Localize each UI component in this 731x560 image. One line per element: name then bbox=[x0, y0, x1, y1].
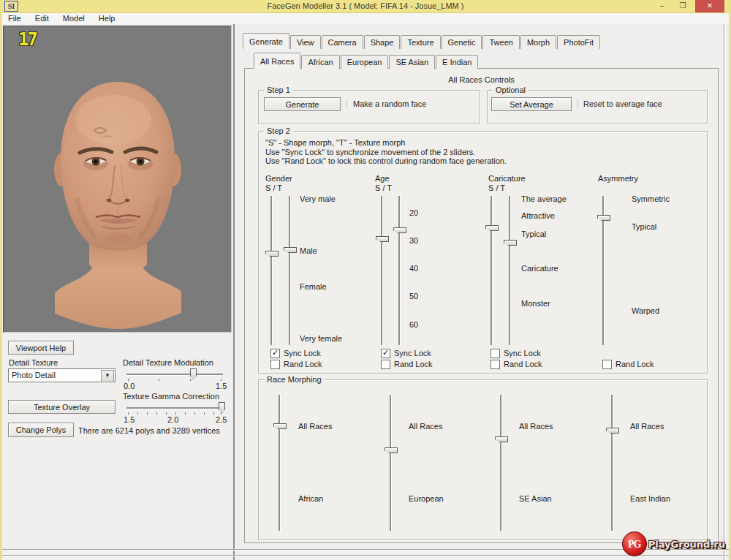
gender-header: Gender bbox=[265, 174, 292, 183]
tab-texture[interactable]: Texture bbox=[401, 35, 440, 49]
race1-bottom-label: African bbox=[298, 494, 323, 503]
generate-button[interactable]: Generate bbox=[264, 97, 341, 111]
polys-info-text: There are 6214 polys and 3289 vertices bbox=[78, 426, 220, 435]
caricature-t-slider[interactable] bbox=[509, 196, 510, 345]
gender-label-2: Female bbox=[300, 282, 327, 291]
race-slider-1-thumb[interactable] bbox=[273, 423, 287, 429]
tab-camera[interactable]: Camera bbox=[322, 35, 363, 49]
gamma-slider-thumb[interactable] bbox=[219, 402, 225, 413]
watermark-text: PlayGround.ru bbox=[648, 539, 725, 550]
tab-all-races[interactable]: All Races bbox=[254, 53, 300, 69]
caricature-sync-lock[interactable]: Sync Lock bbox=[491, 349, 578, 357]
age-sync-lock-checkbox[interactable] bbox=[381, 349, 390, 358]
asymmetry-thumb[interactable] bbox=[597, 215, 610, 221]
tab-se-asian[interactable]: SE Asian bbox=[389, 55, 435, 69]
gender-s-slider[interactable] bbox=[270, 196, 272, 345]
caricature-s-thumb[interactable] bbox=[485, 225, 499, 231]
age-rand-lock[interactable]: Rand Lock bbox=[381, 360, 469, 368]
modulation-slider-thumb[interactable] bbox=[190, 368, 197, 379]
menu-file[interactable]: File bbox=[2, 13, 27, 23]
bottom-groove bbox=[2, 549, 729, 550]
detail-texture-value: Photo Detail bbox=[12, 371, 56, 379]
gender-t-slider[interactable] bbox=[289, 196, 290, 345]
caricature-label-3: Caricature bbox=[521, 264, 558, 273]
texture-overlay-button[interactable]: Texture Overlay bbox=[8, 400, 115, 414]
tab-african[interactable]: African bbox=[301, 55, 339, 69]
restore-button[interactable]: ❐ bbox=[673, 0, 692, 12]
menu-edit[interactable]: Edit bbox=[29, 13, 55, 23]
caricature-rand-lock-checkbox[interactable] bbox=[491, 360, 500, 369]
tab-tween[interactable]: Tween bbox=[482, 35, 519, 49]
race-slider-4[interactable] bbox=[611, 395, 613, 531]
caricature-sync-lock-checkbox[interactable] bbox=[491, 349, 500, 358]
close-button[interactable]: ✕ bbox=[695, 0, 724, 12]
modulation-slider[interactable]: 0.0 1.5 bbox=[124, 368, 226, 390]
age-s-slider[interactable] bbox=[381, 196, 382, 345]
gender-st-label: S / T bbox=[265, 183, 282, 192]
gender-s-thumb[interactable] bbox=[265, 251, 279, 257]
caricature-header: Caricature bbox=[488, 174, 526, 183]
asymmetry-rand-lock-label: Rand Lock bbox=[616, 360, 654, 368]
tab-morph[interactable]: Morph bbox=[520, 35, 556, 49]
race-slider-1[interactable] bbox=[279, 395, 280, 531]
gamma-slider[interactable]: 1.5 2.0 2.5 bbox=[124, 401, 226, 423]
age-rand-lock-checkbox[interactable] bbox=[381, 360, 390, 369]
playground-logo-icon: PG bbox=[622, 531, 647, 556]
tab-photofit[interactable]: PhotoFit bbox=[557, 35, 600, 49]
tab-shape[interactable]: Shape bbox=[364, 35, 401, 49]
detail-texture-select[interactable]: Photo Detail ▼ bbox=[8, 368, 115, 382]
age-s-thumb[interactable] bbox=[376, 236, 389, 242]
chevron-down-icon[interactable]: ▼ bbox=[101, 370, 114, 382]
panel-right-edge bbox=[724, 24, 726, 560]
tab-page: All Races Controls Step 1 Generate Make … bbox=[244, 68, 719, 543]
asymmetry-rand-lock-checkbox[interactable] bbox=[602, 360, 612, 369]
asymmetry-label-2: Warped bbox=[632, 306, 659, 315]
tab-genetic[interactable]: Genetic bbox=[442, 35, 482, 49]
optional-caption: Reset to average face bbox=[577, 99, 662, 108]
caricature-label-0: The average bbox=[521, 194, 567, 203]
tab-view[interactable]: View bbox=[290, 35, 321, 49]
face-render bbox=[4, 26, 231, 332]
watermark: PG PlayGround.ru bbox=[622, 531, 725, 557]
caricature-s-slider[interactable] bbox=[491, 196, 492, 345]
optional-group: Optional Set Average Reset to average fa… bbox=[487, 90, 708, 124]
age-sync-lock[interactable]: Sync Lock bbox=[381, 349, 469, 357]
gender-rand-lock[interactable]: Rand Lock bbox=[270, 360, 358, 368]
race3-top-label: All Races bbox=[519, 422, 553, 431]
caricature-rand-lock-label: Rand Lock bbox=[504, 360, 542, 368]
race-slider-2-thumb[interactable] bbox=[385, 447, 398, 453]
3d-viewport[interactable]: 17 bbox=[3, 26, 232, 333]
race-slider-3[interactable] bbox=[500, 395, 501, 531]
age-t-thumb[interactable] bbox=[393, 227, 406, 233]
age-t-slider[interactable] bbox=[398, 196, 400, 345]
tab-generate[interactable]: Generate bbox=[243, 33, 289, 49]
age-st-label: S / T bbox=[375, 183, 392, 192]
change-polys-button[interactable]: Change Polys bbox=[8, 423, 74, 437]
step1-group: Step 1 Generate Make a random face bbox=[258, 90, 480, 124]
minimize-button[interactable]: – bbox=[653, 0, 672, 12]
tab-e-indian[interactable]: E Indian bbox=[436, 55, 478, 69]
age-label-4: 60 bbox=[409, 320, 418, 329]
left-panel: 17 bbox=[2, 24, 235, 560]
title-bar: SI FaceGen Modeller 3.1 ( Model: FIFA 14… bbox=[2, 0, 729, 13]
gender-rand-lock-checkbox[interactable] bbox=[270, 360, 280, 369]
asymmetry-rand-lock[interactable]: Rand Lock bbox=[602, 360, 690, 368]
tab-european[interactable]: European bbox=[341, 55, 389, 69]
gamma-min-label: 1.5 bbox=[124, 415, 135, 424]
caricature-label-1: Attractive bbox=[521, 211, 555, 220]
race-slider-3-thumb[interactable] bbox=[495, 436, 508, 442]
gender-t-thumb[interactable] bbox=[284, 247, 297, 253]
gender-label-3: Very female bbox=[300, 334, 342, 343]
race-slider-4-thumb[interactable] bbox=[606, 428, 619, 434]
menu-model[interactable]: Model bbox=[57, 13, 91, 23]
viewport-help-button[interactable]: Viewport Help bbox=[8, 341, 74, 355]
race-slider-2[interactable] bbox=[390, 395, 391, 531]
caricature-rand-lock[interactable]: Rand Lock bbox=[491, 360, 578, 368]
gender-sync-lock[interactable]: Sync Lock bbox=[270, 349, 358, 357]
set-average-button[interactable]: Set Average bbox=[491, 97, 572, 111]
caricature-t-thumb[interactable] bbox=[504, 240, 517, 246]
menu-help[interactable]: Help bbox=[93, 13, 121, 23]
age-label-1: 30 bbox=[409, 236, 418, 245]
gender-sync-lock-checkbox[interactable] bbox=[270, 349, 280, 358]
race2-bottom-label: European bbox=[409, 494, 444, 503]
